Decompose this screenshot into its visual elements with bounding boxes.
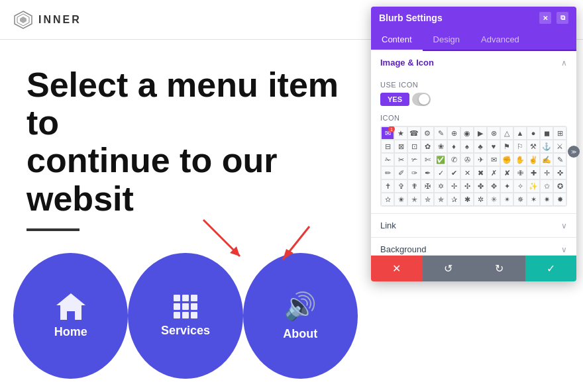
icon-cell-71[interactable]: ✬ — [394, 193, 407, 206]
panel-drag-handle[interactable] — [568, 146, 580, 158]
icon-cell-58[interactable]: ✟ — [407, 179, 421, 193]
icon-cell-38[interactable]: ✋ — [513, 153, 527, 166]
icon-cell-55[interactable]: ✜ — [553, 166, 566, 179]
icon-cell-16[interactable]: ⊡ — [407, 140, 421, 153]
icon-cell-77[interactable]: ✲ — [474, 193, 487, 206]
icon-cell-40[interactable]: ✍ — [540, 153, 553, 166]
icon-cell-72[interactable]: ✭ — [407, 193, 421, 206]
link-section-header[interactable]: Link ∨ — [371, 214, 576, 238]
icon-cell-70[interactable]: ✫ — [381, 193, 394, 206]
icon-cell-62[interactable]: ✣ — [460, 179, 474, 193]
icon-cell-29[interactable]: ✂ — [394, 153, 407, 166]
icon-cell-79[interactable]: ✴ — [500, 193, 513, 206]
icon-cell-48[interactable]: ✕ — [460, 166, 474, 179]
icon-cell-36[interactable]: ✉ — [487, 153, 500, 166]
icon-cell-54[interactable]: ✛ — [540, 166, 553, 179]
icon-cell-42[interactable]: ✏ — [381, 166, 394, 179]
icon-cell-14[interactable]: ⊟ — [381, 140, 394, 153]
icon-cell-20[interactable]: ♠ — [460, 140, 474, 153]
icon-cell-19[interactable]: ♦ — [447, 140, 460, 153]
icon-cell-64[interactable]: ✥ — [487, 179, 500, 193]
icon-cell-73[interactable]: ✮ — [421, 193, 434, 206]
icon-cell-0[interactable]: ✉1 — [381, 126, 394, 140]
menu-circle-home[interactable]: Home — [13, 253, 128, 379]
tab-content[interactable]: Content — [371, 29, 423, 51]
icon-cell-39[interactable]: ✌ — [527, 153, 540, 166]
icon-cell-23[interactable]: ⚑ — [500, 140, 513, 153]
icon-cell-37[interactable]: ✊ — [500, 153, 513, 166]
icon-cell-9[interactable]: △ — [500, 126, 513, 140]
icon-cell-45[interactable]: ✒ — [421, 166, 434, 179]
icon-cell-43[interactable]: ✐ — [394, 166, 407, 179]
icon-cell-67[interactable]: ✨ — [527, 179, 540, 193]
redo-button[interactable]: ↻ — [474, 256, 525, 281]
icon-cell-83[interactable]: ✸ — [553, 193, 566, 206]
menu-circle-about[interactable]: 🔊 About — [243, 253, 358, 379]
icon-cell-4[interactable]: ✎ — [434, 126, 447, 140]
icon-cell-44[interactable]: ✑ — [407, 166, 421, 179]
icon-cell-68[interactable]: ✩ — [540, 179, 553, 193]
icon-cell-60[interactable]: ✡ — [434, 179, 447, 193]
menu-circle-services[interactable]: Services — [128, 253, 242, 379]
icon-cell-24[interactable]: ⚐ — [513, 140, 527, 153]
icon-cell-74[interactable]: ✯ — [434, 193, 447, 206]
panel-expand-button[interactable]: ⧉ — [556, 12, 568, 24]
icon-cell-78[interactable]: ✳ — [487, 193, 500, 206]
icon-cell-28[interactable]: ✁ — [381, 153, 394, 166]
icon-cell-3[interactable]: ⚙ — [421, 126, 434, 140]
icon-cell-6[interactable]: ◉ — [460, 126, 474, 140]
icon-cell-25[interactable]: ⚒ — [527, 140, 540, 153]
icon-cell-59[interactable]: ✠ — [421, 179, 434, 193]
icon-cell-2[interactable]: ☎ — [407, 126, 421, 140]
icon-cell-5[interactable]: ⊕ — [447, 126, 460, 140]
icon-cell-50[interactable]: ✗ — [487, 166, 500, 179]
toggle-switch[interactable] — [412, 93, 431, 106]
icon-cell-27[interactable]: ⚔ — [553, 140, 566, 153]
icon-cell-22[interactable]: ♥ — [487, 140, 500, 153]
icon-cell-80[interactable]: ✵ — [513, 193, 527, 206]
icon-cell-34[interactable]: ✇ — [460, 153, 474, 166]
icon-cell-10[interactable]: ▲ — [513, 126, 527, 140]
icon-cell-66[interactable]: ✧ — [513, 179, 527, 193]
cancel-button[interactable]: ✕ — [371, 256, 423, 281]
icon-cell-76[interactable]: ✱ — [460, 193, 474, 206]
icon-cell-17[interactable]: ✿ — [421, 140, 434, 153]
icon-cell-53[interactable]: ✚ — [527, 166, 540, 179]
icon-cell-46[interactable]: ✓ — [434, 166, 447, 179]
icon-cell-69[interactable]: ✪ — [553, 179, 566, 193]
toggle-yes-button[interactable]: YES — [380, 93, 409, 106]
icon-cell-21[interactable]: ♣ — [474, 140, 487, 153]
icon-cell-15[interactable]: ⊠ — [394, 140, 407, 153]
confirm-button[interactable]: ✓ — [525, 256, 577, 281]
image-icon-section-header[interactable]: Image & Icon ∧ — [371, 51, 576, 74]
icon-cell-8[interactable]: ⊗ — [487, 126, 500, 140]
icon-cell-30[interactable]: ✃ — [407, 153, 421, 166]
tab-advanced[interactable]: Advanced — [470, 29, 530, 51]
undo-button[interactable]: ↺ — [423, 256, 474, 281]
icon-cell-82[interactable]: ✷ — [540, 193, 553, 206]
icon-cell-51[interactable]: ✘ — [500, 166, 513, 179]
icon-cell-49[interactable]: ✖ — [474, 166, 487, 179]
panel-minimize-button[interactable]: ✕ — [539, 12, 551, 24]
icon-cell-47[interactable]: ✔ — [447, 166, 460, 179]
background-section-header[interactable]: Background ∨ — [371, 238, 576, 255]
icon-cell-26[interactable]: ⚓ — [540, 140, 553, 153]
icon-cell-63[interactable]: ✤ — [474, 179, 487, 193]
icon-cell-56[interactable]: ✝ — [381, 179, 394, 193]
icon-cell-57[interactable]: ✞ — [394, 179, 407, 193]
icon-cell-65[interactable]: ✦ — [500, 179, 513, 193]
icon-cell-1[interactable]: ★ — [394, 126, 407, 140]
tab-design[interactable]: Design — [423, 29, 470, 51]
icon-cell-61[interactable]: ✢ — [447, 179, 460, 193]
icon-cell-13[interactable]: ⊞ — [553, 126, 566, 140]
icon-cell-75[interactable]: ✰ — [447, 193, 460, 206]
icon-cell-52[interactable]: ✙ — [513, 166, 527, 179]
icon-cell-35[interactable]: ✈ — [474, 153, 487, 166]
icon-cell-12[interactable]: ◼ — [540, 126, 553, 140]
icon-cell-41[interactable]: ✎ — [553, 153, 566, 166]
icon-cell-81[interactable]: ✶ — [527, 193, 540, 206]
icon-cell-11[interactable]: ● — [527, 126, 540, 140]
icon-cell-18[interactable]: ❀ — [434, 140, 447, 153]
icon-cell-31[interactable]: ✄ — [421, 153, 434, 166]
icon-cell-32[interactable]: ✅ — [434, 153, 447, 166]
